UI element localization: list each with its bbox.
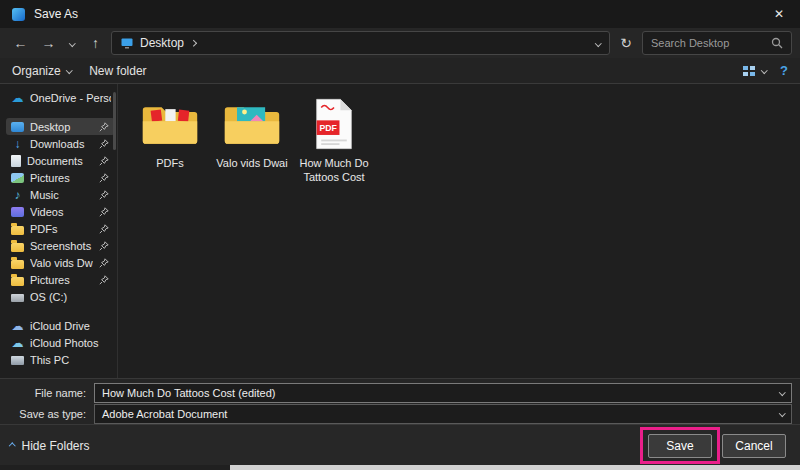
- save-type-field-label: Save as type:: [0, 408, 94, 420]
- view-mode-button[interactable]: [742, 64, 767, 78]
- grid-view-icon: [742, 64, 756, 78]
- sidebar-item[interactable]: Pictures: [6, 271, 115, 288]
- sidebar-item-icon: [11, 91, 24, 104]
- address-dropdown-icon[interactable]: [595, 40, 601, 46]
- file-name-combo: [94, 383, 792, 403]
- sidebar-item[interactable]: Valo vids Dwai: [6, 254, 115, 271]
- titlebar: Save As ✕: [0, 0, 800, 28]
- file-item[interactable]: PDF Valo vids Dwai: [214, 92, 290, 173]
- chevron-down-icon: [761, 67, 767, 73]
- images-folder-icon: [222, 101, 282, 151]
- sidebar-item[interactable]: Documents: [6, 152, 115, 169]
- sidebar-item[interactable]: Downloads: [6, 135, 115, 152]
- up-button[interactable]: ↑: [83, 31, 108, 55]
- save-type-value: Adobe Acrobat Document: [94, 404, 792, 424]
- sidebar-item-label: Videos: [30, 206, 93, 218]
- sidebar-item[interactable]: OneDrive - Person: [6, 89, 115, 106]
- file-name-label: PDFs: [156, 156, 184, 170]
- organize-label: Organize: [12, 64, 61, 78]
- sidebar-item-icon: [11, 277, 24, 286]
- sidebar-item[interactable]: iCloud Drive: [6, 317, 115, 334]
- hide-folders-button[interactable]: Hide Folders: [10, 434, 90, 458]
- pin-icon: [99, 139, 109, 149]
- sidebar-item-label: Desktop: [30, 121, 93, 133]
- sidebar-item-label: Documents: [27, 155, 93, 167]
- file-icon: PDF: [302, 95, 366, 151]
- forward-button[interactable]: →: [36, 31, 61, 55]
- sidebar-item[interactable]: [6, 305, 115, 317]
- sidebar-item[interactable]: Pictures: [6, 169, 115, 186]
- search-box[interactable]: [642, 31, 792, 55]
- sidebar-item[interactable]: OS (C:): [6, 288, 115, 305]
- desktop-location-icon: [121, 38, 133, 49]
- dialog-body: OneDrive - Person Desktop Downloads Docu…: [0, 84, 800, 378]
- file-item[interactable]: PDF PDFs: [132, 92, 208, 173]
- sidebar-item-label: Music: [30, 189, 93, 201]
- sidebar-item-icon: [11, 137, 24, 150]
- sidebar: OneDrive - Person Desktop Downloads Docu…: [0, 84, 118, 378]
- file-icon: PDF: [138, 95, 202, 151]
- sidebar-item[interactable]: Screenshots: [6, 237, 115, 254]
- file-name-field-label: File name:: [0, 387, 94, 399]
- navigation-bar: ← → ↑ Desktop ↻: [0, 28, 800, 58]
- file-list: PDF PDFs: [118, 84, 800, 378]
- chevron-right-icon[interactable]: [190, 40, 196, 46]
- new-folder-button[interactable]: New folder: [89, 64, 146, 78]
- file-name-input[interactable]: [94, 383, 792, 403]
- recent-locations-button[interactable]: [64, 31, 80, 55]
- pin-icon: [99, 122, 109, 132]
- sidebar-item-label: Valo vids Dwai: [30, 257, 93, 269]
- sidebar-item-label: Downloads: [30, 138, 93, 150]
- organize-button[interactable]: Organize: [12, 64, 71, 78]
- sidebar-item-icon: [11, 336, 24, 349]
- search-icon: [771, 37, 783, 49]
- sidebar-item-icon: [11, 122, 24, 132]
- save-as-dialog: Save As ✕ ← → ↑ Desktop ↻ Organize New f…: [0, 0, 800, 470]
- sidebar-scrollbar[interactable]: [113, 92, 116, 150]
- sidebar-item-label: OneDrive - Person: [30, 92, 111, 104]
- taskbar-sliver: [230, 465, 800, 470]
- sidebar-item-icon: [11, 356, 24, 365]
- pin-icon: [99, 156, 109, 166]
- search-input[interactable]: [651, 37, 771, 49]
- sidebar-item-icon: [11, 188, 24, 201]
- back-button[interactable]: ←: [8, 31, 33, 55]
- pin-icon: [99, 190, 109, 200]
- chevron-up-icon: [9, 443, 15, 449]
- address-bar[interactable]: Desktop: [111, 31, 610, 55]
- save-type-select[interactable]: Adobe Acrobat Document: [94, 404, 792, 424]
- breadcrumb[interactable]: Desktop: [140, 36, 184, 50]
- sidebar-item-label: Screenshots: [30, 240, 93, 252]
- sidebar-item-label: OS (C:): [30, 291, 111, 303]
- file-icon: PDF: [220, 95, 284, 151]
- sidebar-item[interactable]: This PC: [6, 351, 115, 368]
- sidebar-item[interactable]: Desktop: [6, 118, 115, 135]
- save-button[interactable]: Save: [648, 434, 712, 458]
- new-folder-label: New folder: [89, 64, 146, 78]
- refresh-button[interactable]: ↻: [613, 31, 639, 55]
- command-toolbar: Organize New folder ?: [0, 58, 800, 84]
- sidebar-item[interactable]: Videos: [6, 203, 115, 220]
- file-name-label: How Much Do Tattoos Cost: [298, 156, 370, 185]
- sidebar-item[interactable]: [6, 106, 115, 118]
- cancel-button[interactable]: Cancel: [722, 434, 786, 458]
- pin-icon: [99, 207, 109, 217]
- close-button[interactable]: ✕: [758, 0, 800, 28]
- sidebar-item[interactable]: iCloud Photos: [6, 334, 115, 351]
- pin-icon: [99, 173, 109, 183]
- sidebar-item-icon: [11, 243, 24, 252]
- sidebar-item-icon: [11, 260, 24, 269]
- sidebar-item[interactable]: Music: [6, 186, 115, 203]
- help-button[interactable]: ?: [780, 63, 788, 78]
- file-item[interactable]: PDF How Much Do Tattoos Cost: [296, 92, 372, 188]
- hide-folders-label: Hide Folders: [22, 439, 90, 453]
- chevron-down-icon: [66, 67, 72, 73]
- sidebar-item-icon: [11, 207, 24, 217]
- pdfs-folder-icon: [140, 101, 200, 151]
- pdf-file-icon: PDF: [313, 97, 355, 151]
- svg-text:PDF: PDF: [319, 123, 336, 133]
- sidebar-item[interactable]: PDFs: [6, 220, 115, 237]
- toolbar-right-group: ?: [742, 63, 788, 78]
- sidebar-item-label: Pictures: [30, 274, 93, 286]
- sidebar-item-label: Pictures: [30, 172, 93, 184]
